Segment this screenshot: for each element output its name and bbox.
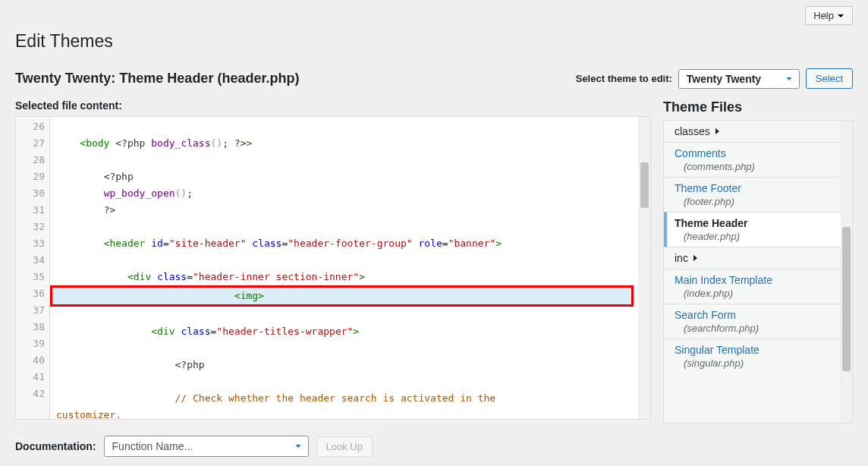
file-name: Comments xyxy=(675,147,832,159)
file-name: Theme Header xyxy=(675,217,833,229)
file-tree-item[interactable]: classes xyxy=(664,121,840,142)
help-button-label: Help xyxy=(813,10,834,21)
code-line[interactable]: <img> xyxy=(50,285,634,307)
documentation-select[interactable]: Function Name... xyxy=(104,436,309,457)
scroll-thumb[interactable] xyxy=(842,227,851,371)
code-line[interactable] xyxy=(50,340,638,357)
file-name: Main Index Template xyxy=(675,274,832,286)
sidebar-heading: Theme Files xyxy=(663,99,853,115)
help-button[interactable]: Help xyxy=(805,6,853,25)
editor-label: Selected file content: xyxy=(15,99,651,112)
file-tree-item[interactable]: Main Index Template(index.php) xyxy=(664,269,840,304)
triangle-right-icon xyxy=(713,128,721,135)
caret-down-icon xyxy=(837,12,844,20)
file-sub: (searchform.php) xyxy=(684,323,832,334)
file-sub: (singular.php) xyxy=(684,357,832,369)
line-gutter: 2627282930313233343536373839404142 xyxy=(16,117,50,419)
code-line[interactable] xyxy=(50,373,638,390)
file-name: Search Form xyxy=(675,309,832,321)
file-tree: classes Comments(comments.php)Theme Foot… xyxy=(663,120,853,423)
page-title: Edit Themes xyxy=(15,31,853,52)
editor-scrollbar[interactable] xyxy=(638,117,650,419)
file-tree-item[interactable]: Comments(comments.php) xyxy=(664,142,840,177)
sidebar-scrollbar[interactable] xyxy=(840,121,852,423)
file-tree-item[interactable]: Singular Template(singular.php) xyxy=(664,338,840,373)
code-editor[interactable]: 2627282930313233343536373839404142 <body… xyxy=(15,116,651,420)
code-line[interactable]: <div class="header-titles-wrapper"> xyxy=(50,323,638,340)
file-name: Theme Footer xyxy=(675,182,832,194)
code-line[interactable]: wp_body_open(); xyxy=(50,185,638,202)
code-line[interactable] xyxy=(50,152,638,168)
code-line[interactable] xyxy=(50,307,638,323)
code-line[interactable] xyxy=(50,118,638,135)
code-line[interactable]: // Check whether the header search is ac… xyxy=(50,390,638,407)
file-sub: (header.php) xyxy=(684,231,833,242)
file-name: classes xyxy=(675,125,832,137)
scroll-thumb[interactable] xyxy=(640,162,649,208)
file-tree-item[interactable]: inc xyxy=(664,247,840,269)
code-line[interactable]: <header id="site-header" class="header-f… xyxy=(50,235,638,252)
file-sub: (index.php) xyxy=(684,288,832,299)
file-sub: (comments.php) xyxy=(684,161,832,172)
file-tree-item[interactable]: Search Form(searchform.php) xyxy=(664,304,840,338)
lookup-button[interactable]: Look Up xyxy=(316,436,373,457)
file-name: Singular Template xyxy=(675,344,832,356)
code-line[interactable]: <?php xyxy=(50,168,638,185)
file-sub: (footer.php) xyxy=(684,196,832,207)
select-theme-label: Select theme to edit: xyxy=(576,73,672,84)
chevron-down-icon xyxy=(784,74,794,84)
theme-select-value: Twenty Twenty xyxy=(687,73,761,85)
code-line[interactable]: customizer. xyxy=(50,407,638,419)
select-button[interactable]: Select xyxy=(806,68,853,89)
documentation-select-value: Function Name... xyxy=(112,440,193,452)
code-line[interactable]: ?> xyxy=(50,202,638,219)
code-line[interactable] xyxy=(50,252,638,269)
file-tree-item[interactable]: Theme Footer(footer.php) xyxy=(664,177,840,212)
file-heading: Twenty Twenty: Theme Header (header.php) xyxy=(15,71,299,87)
code-line[interactable]: <div class="header-inner section-inner"> xyxy=(50,269,638,285)
code-line[interactable]: <?php xyxy=(50,357,638,373)
theme-select[interactable]: Twenty Twenty xyxy=(678,69,800,89)
code-line[interactable]: <body <?php body_class(); ?>> xyxy=(50,135,638,152)
chevron-down-icon xyxy=(293,441,303,452)
file-name: inc xyxy=(675,252,832,264)
code-area[interactable]: <body <?php body_class(); ?>> <?php wp_b… xyxy=(50,117,638,419)
documentation-label: Documentation: xyxy=(15,440,96,452)
code-line[interactable] xyxy=(50,219,638,235)
triangle-right-icon xyxy=(691,254,699,262)
file-tree-item[interactable]: Theme Header(header.php) xyxy=(664,212,841,247)
